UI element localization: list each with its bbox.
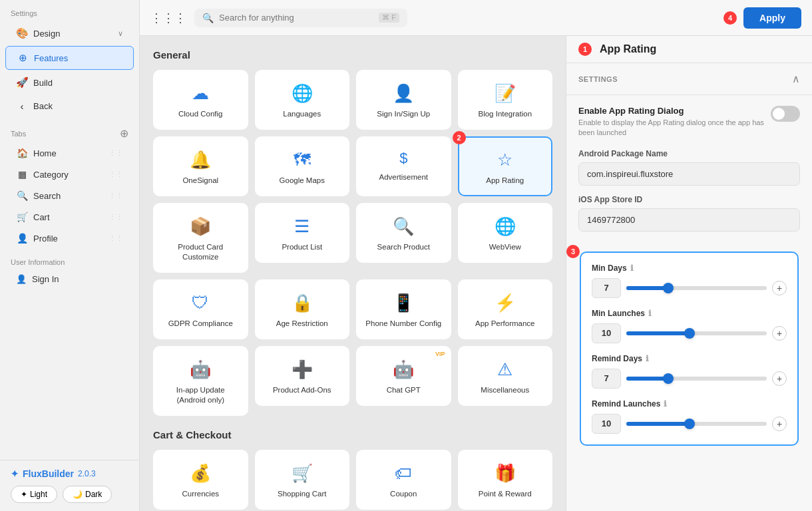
sidebar-item-category[interactable]: ▦ Category ⋮⋮ xyxy=(5,164,134,184)
feature-card-addons[interactable]: ➕ Product Add-Ons xyxy=(255,346,350,406)
drag-handle-cart[interactable]: ⋮⋮ xyxy=(108,213,123,222)
feature-card-cloud-config[interactable]: ☁ Cloud Config xyxy=(153,70,248,130)
card-wrap-ads: $ Advertisement xyxy=(356,136,451,196)
drag-handle-home[interactable]: ⋮⋮ xyxy=(108,149,123,158)
feature-card-chatgpt[interactable]: VIP 🤖 Chat GPT xyxy=(356,346,451,406)
search-bar[interactable]: 🔍 ⌘ F xyxy=(194,9,407,27)
age-icon: 🔒 xyxy=(292,293,313,313)
card-wrap-maps: 🗺 Google Maps xyxy=(255,136,350,196)
feature-card-coupon[interactable]: 🏷 Coupon xyxy=(356,450,451,510)
tabs-label: Tabs xyxy=(11,130,26,138)
min-launches-track[interactable] xyxy=(626,331,767,335)
misc-icon: ⚠ xyxy=(497,359,512,380)
feature-card-search-product[interactable]: 🔍 Search Product xyxy=(356,203,451,263)
feature-card-point-reward[interactable]: 🎁 Point & Reward xyxy=(458,450,553,510)
feature-card-phone[interactable]: 📱 Phone Number Config xyxy=(356,279,451,339)
remind-launches-thumb[interactable] xyxy=(684,419,695,429)
min-days-fill xyxy=(626,286,668,290)
card-wrap-product-list: ☰ Product List xyxy=(255,203,350,273)
remind-days-fill xyxy=(626,377,668,381)
grid-icon[interactable]: ⋮⋮⋮ xyxy=(150,11,186,25)
remind-launches-plus[interactable]: + xyxy=(772,417,787,431)
min-launches-thumb[interactable] xyxy=(684,328,695,339)
android-input[interactable] xyxy=(578,162,800,186)
webview-icon: 🌐 xyxy=(495,216,516,237)
feature-card-product-card[interactable]: 📦 Product Card Customize xyxy=(153,203,248,273)
remind-days-thumb[interactable] xyxy=(663,373,674,384)
min-launches-info-icon: ℹ xyxy=(648,309,652,318)
ads-label: Advertisement xyxy=(379,172,428,182)
card-wrap-webview: 🌐 WebView xyxy=(458,203,553,273)
feature-card-signin[interactable]: 👤 Sign In/Sign Up xyxy=(356,70,451,130)
drag-handle-category[interactable]: ⋮⋮ xyxy=(108,170,123,179)
features-icon: ⊕ xyxy=(17,52,29,64)
sun-icon: ✦ xyxy=(21,490,27,499)
feature-card-webview[interactable]: 🌐 WebView xyxy=(458,203,553,263)
add-tab-button[interactable]: ⊕ xyxy=(120,127,128,140)
performance-icon: ⚡ xyxy=(495,293,516,313)
card-wrap-age: 🔒 Age Restriction xyxy=(255,279,350,339)
remind-launches-label: Remind Launches ℹ xyxy=(592,399,787,409)
sidebar-item-back[interactable]: ‹ Back xyxy=(5,95,134,117)
sidebar-item-signin[interactable]: 👤 Sign In xyxy=(5,269,134,289)
general-feature-grid: ☁ Cloud Config 🌐 Languages 👤 Sign In/Sig… xyxy=(153,70,552,416)
collapse-button[interactable]: ∧ xyxy=(792,73,800,85)
min-launches-plus[interactable]: + xyxy=(772,326,787,341)
min-days-value: 7 xyxy=(592,278,621,298)
feature-card-performance[interactable]: ⚡ App Performance xyxy=(458,279,553,339)
sliders-wrapper: 3 Min Days ℹ 7 xyxy=(573,252,805,456)
remind-launches-controls: 10 + xyxy=(592,414,787,434)
sidebar-item-design[interactable]: 🎨 Design ∨ xyxy=(5,22,134,45)
feature-card-languages[interactable]: 🌐 Languages xyxy=(255,70,350,130)
feature-card-maps[interactable]: 🗺 Google Maps xyxy=(255,136,350,196)
dark-theme-button[interactable]: 🌙 Dark xyxy=(63,486,112,503)
enable-toggle[interactable] xyxy=(771,106,800,122)
drag-handle-profile[interactable]: ⋮⋮ xyxy=(108,234,123,243)
feature-card-shopping-cart[interactable]: 🛒 Shopping Cart xyxy=(255,450,350,510)
languages-label: Languages xyxy=(283,109,321,119)
misc-label: Miscellaneous xyxy=(481,385,529,395)
apply-button[interactable]: Apply xyxy=(743,7,801,29)
feature-card-onesignal[interactable]: 🔔 OneSignal xyxy=(153,136,248,196)
min-days-track-bg xyxy=(626,286,767,290)
card-wrap-addons: ➕ Product Add-Ons xyxy=(255,346,350,416)
user-icon: 👤 xyxy=(16,274,27,284)
feature-card-age[interactable]: 🔒 Age Restriction xyxy=(255,279,350,339)
home-icon: 🏠 xyxy=(16,148,28,158)
slider-remind-days: Remind Days ℹ 7 + xyxy=(592,354,787,389)
product-list-label: Product List xyxy=(282,242,322,252)
remind-days-track[interactable] xyxy=(626,377,767,381)
drag-handle-search[interactable]: ⋮⋮ xyxy=(108,192,123,200)
search-input[interactable] xyxy=(219,13,373,23)
sidebar-item-cart[interactable]: 🛒 Cart ⋮⋮ xyxy=(5,207,134,227)
sidebar-item-features[interactable]: ⊕ Features xyxy=(5,46,134,70)
light-theme-button[interactable]: ✦ Light xyxy=(11,486,57,503)
search-label: Search xyxy=(33,191,103,201)
min-days-plus[interactable]: + xyxy=(772,281,787,295)
sidebar-item-search[interactable]: 🔍 Search ⋮⋮ xyxy=(5,186,134,206)
feature-card-product-list[interactable]: ☰ Product List xyxy=(255,203,350,263)
feature-card-misc[interactable]: ⚠ Miscellaneous xyxy=(458,346,553,406)
sidebar-item-build[interactable]: 🚀 Build xyxy=(5,71,134,94)
performance-label: App Performance xyxy=(475,319,535,329)
feature-card-currencies[interactable]: 💰 Currencies xyxy=(153,450,248,510)
remind-days-plus[interactable]: + xyxy=(772,371,787,386)
slider-remind-launches: Remind Launches ℹ 10 + xyxy=(592,399,787,434)
min-days-track[interactable] xyxy=(626,286,767,290)
min-days-thumb[interactable] xyxy=(663,283,674,293)
shopping-cart-label: Shopping Cart xyxy=(278,489,327,499)
remind-days-info-icon: ℹ xyxy=(646,354,649,363)
feature-card-inapp[interactable]: 🤖 In-app Update (Android only) xyxy=(153,346,248,416)
feature-card-ads[interactable]: $ Advertisement xyxy=(356,136,451,196)
min-launches-label: Min Launches ℹ xyxy=(592,309,787,318)
ios-input[interactable] xyxy=(578,208,800,232)
feature-card-blog[interactable]: 📝 Blog Integration xyxy=(458,70,553,130)
remind-launches-track[interactable] xyxy=(626,422,767,426)
feature-card-rating[interactable]: ☆ App Rating xyxy=(458,136,553,196)
feature-card-gdpr[interactable]: 🛡 GDPR Compliance xyxy=(153,279,248,339)
settings-header: SETTINGS ∧ xyxy=(566,63,812,95)
sidebar-item-profile[interactable]: 👤 Profile ⋮⋮ xyxy=(5,228,134,248)
bell-icon: 🔔 xyxy=(190,150,211,170)
min-days-controls: 7 + xyxy=(592,278,787,298)
sidebar-item-home[interactable]: 🏠 Home ⋮⋮ xyxy=(5,143,134,163)
